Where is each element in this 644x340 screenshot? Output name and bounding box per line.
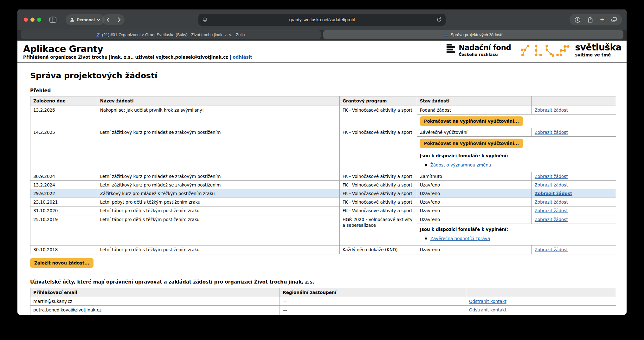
view-application-link[interactable]: Zobrazit žádost xyxy=(535,199,568,205)
cell-status: Uzavřeno xyxy=(417,198,531,206)
cell-program: Každý něco dokáže (KND) xyxy=(339,245,417,254)
page-content: Aplikace Granty Přihlášená organizace Ži… xyxy=(17,41,627,315)
cro-logo-line2: Českého rozhlasu xyxy=(459,52,511,57)
cell-actions: Zobrazit žádost xyxy=(531,128,616,136)
cell-status: Uzavřeno xyxy=(417,189,531,198)
table-row: 30.10.2018 Letní tábor pro děti s těžkým… xyxy=(30,245,616,254)
cell-program: FK - Volnočasové aktivity a sport xyxy=(339,198,417,206)
svetluska-constellation-icon xyxy=(520,43,570,57)
tab-zulip[interactable]: Z (21) #01 Organizacni > Grant Svetluska… xyxy=(21,30,321,39)
view-application-link[interactable]: Zobrazit žádost xyxy=(535,217,568,222)
view-application-link[interactable]: Zobrazit žádost xyxy=(535,130,568,135)
tab-granty-active[interactable]: Správa projektových žádostí xyxy=(323,30,623,39)
continue-settlement-button[interactable]: Pokračovat na vyplňování vyúčtování... xyxy=(420,139,523,148)
table-row: 13.2.2024 Letní zážitkový kurz pro mláde… xyxy=(30,180,616,189)
granty-favicon xyxy=(444,33,448,37)
continue-settlement-button[interactable]: Pokračovat na vyplňování vyúčtování... xyxy=(420,116,523,126)
tab-overview-icon[interactable] xyxy=(611,17,617,23)
zulip-favicon: Z xyxy=(97,32,100,37)
col-header-status: Stav žádosti xyxy=(417,96,531,106)
cell-name: Letní zážitkový kurz pro mládež se zrako… xyxy=(97,180,339,189)
sidebar-toggle-icon[interactable] xyxy=(49,16,57,23)
svetluska-logo-line2: svítíme ve tmě xyxy=(575,52,621,57)
table-row: 13.2.2026 Nakopni se: Jak udělat prvník … xyxy=(30,106,616,114)
cell-email: martin@sukany.cz xyxy=(30,297,280,305)
view-application-link[interactable]: Zobrazit žádost xyxy=(535,208,568,213)
cell-actions: Odstranit kontakt xyxy=(466,305,616,314)
logout-link[interactable]: odhlásit xyxy=(233,55,252,60)
table-row: 25.10.2019 Letní tábor pro děti s těžkým… xyxy=(30,215,616,224)
cell-name: Letní tábor pro děti s těžkým postižením… xyxy=(97,206,339,215)
reload-icon[interactable] xyxy=(437,17,441,22)
minimize-window-button[interactable] xyxy=(30,18,35,22)
list-item: Závěrečná hodnotící zpráva xyxy=(425,236,613,241)
cell-status: Uzavřeno xyxy=(417,245,531,254)
cell-status: Uzavřeno xyxy=(417,180,531,189)
cell-date: 13.2.2024 xyxy=(30,180,97,189)
cell-date: 13.2.2026 xyxy=(30,106,97,128)
col-header-actions xyxy=(531,96,616,106)
cell-actions: Zobrazit žádost xyxy=(531,189,616,198)
cell-name: Letní tábor pro děti s těžkým postižením… xyxy=(97,215,339,245)
back-icon[interactable] xyxy=(106,17,110,22)
cell-region: — xyxy=(280,305,466,314)
overview-heading: Přehled xyxy=(30,88,616,94)
partner-logos: Nadační fond Českého rozhlasu xyxy=(447,43,621,57)
view-application-link[interactable]: Zobrazit žádost xyxy=(535,182,568,187)
users-table-header-row: Přihlašovací email Regionální zastoupení xyxy=(30,288,616,297)
cell-program: FK - Volnočasové aktivity a sport xyxy=(339,172,417,180)
cell-program: FK - Volnočasové aktivity a sport xyxy=(339,206,417,215)
cell-program: FK - Volnočasové aktivity a sport xyxy=(339,106,417,128)
browser-toolbar: Personal xyxy=(17,10,627,30)
address-bar[interactable]: granty.svetluska.net/zadatel/profil xyxy=(198,14,446,26)
form-link-significant-change[interactable]: Žádost o významnou změnu xyxy=(430,162,491,168)
cro-logo-line1: Nadační fond xyxy=(459,44,511,51)
toolbar-actions: + xyxy=(570,14,622,25)
remove-contact-link[interactable]: Odstranit kontakt xyxy=(469,307,506,312)
view-application-link[interactable]: Zobrazit žádost xyxy=(535,247,568,252)
share-icon[interactable] xyxy=(588,16,593,23)
form-link-final-report[interactable]: Závěrečná hodnotící zpráva xyxy=(430,236,490,241)
new-tab-icon[interactable]: + xyxy=(600,16,604,23)
remove-contact-link[interactable]: Odstranit kontakt xyxy=(469,299,506,304)
svetluska-logo: světluška svítíme ve tmě xyxy=(520,43,621,57)
cell-status: Podaná žádost xyxy=(417,106,531,114)
app-header: Aplikace Granty Přihlášená organizace Ži… xyxy=(17,41,627,63)
forward-icon[interactable] xyxy=(118,17,121,22)
cell-region: — xyxy=(280,314,466,315)
window-controls xyxy=(24,18,41,22)
cell-name: Letní tábor pro děti s těžkým postižením… xyxy=(97,245,339,254)
cell-email: vojtech.polasek@zivotjinak.cz xyxy=(30,314,280,315)
cell-program: FK - Volnočasové aktivity a sport xyxy=(339,180,417,189)
cell-date: 30.9.2024 xyxy=(30,172,97,180)
cell-region: — xyxy=(280,297,466,305)
cell-date: 30.10.2018 xyxy=(30,245,97,254)
svetluska-logo-line1: světluška xyxy=(575,43,621,52)
cell-date: 29.9.2022 xyxy=(30,189,97,198)
table-row: vojtech.polasek@zivotjinak.cz — xyxy=(30,314,616,315)
col-header-email: Přihlašovací email xyxy=(30,288,280,297)
new-application-button[interactable]: Založit novou žádost... xyxy=(30,258,93,268)
zoom-window-button[interactable] xyxy=(37,18,41,22)
view-application-link[interactable]: Zobrazit žádost xyxy=(535,174,568,179)
cell-date: 23.10.2021 xyxy=(30,198,97,206)
cell-date: 14.2.2025 xyxy=(30,128,97,172)
person-icon xyxy=(70,17,74,22)
cell-forms: Jsou k dispozici fomuláře k vyplnění: Žá… xyxy=(417,150,616,172)
users-table: Přihlašovací email Regionální zastoupení… xyxy=(30,288,616,315)
safari-window: Personal xyxy=(17,10,627,315)
cell-date: 25.10.2019 xyxy=(30,215,97,245)
cell-actions xyxy=(466,314,616,315)
table-row: 30.9.2024 Letní zážitkový kurz pro mláde… xyxy=(30,172,616,180)
bullet-square-icon xyxy=(425,164,427,166)
view-application-link[interactable]: Zobrazit žádost xyxy=(535,191,572,196)
page-settings-icon[interactable] xyxy=(203,17,207,22)
applications-table: Založeno dne Název žádosti Grantový prog… xyxy=(30,96,616,254)
table-row: 23.10.2021 Letní pobyt pro děti s těžkým… xyxy=(30,198,616,206)
downloads-icon[interactable] xyxy=(575,17,581,23)
close-window-button[interactable] xyxy=(24,18,28,22)
cell-program: FK - Volnočasové aktivity a sport xyxy=(339,189,417,198)
cell-program: FK - Volnočasové aktivity a sport xyxy=(339,128,417,172)
view-application-link[interactable]: Zobrazit žádost xyxy=(535,108,568,113)
profile-switcher[interactable]: Personal xyxy=(66,14,105,25)
